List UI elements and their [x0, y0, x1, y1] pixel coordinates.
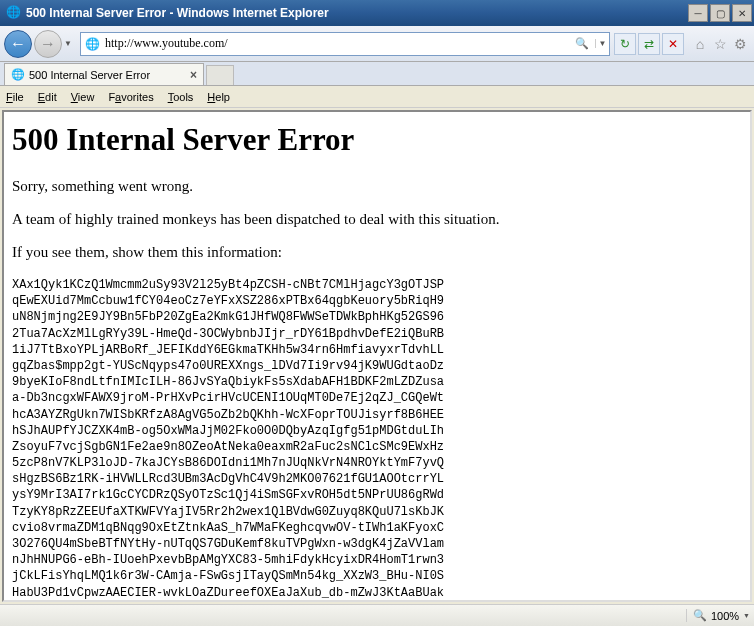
address-bar[interactable]: 🌐 http://www.youtube.com/ 🔍 ▼: [80, 32, 610, 56]
minimize-button[interactable]: ─: [688, 4, 708, 22]
back-button[interactable]: ←: [4, 30, 32, 58]
menu-view[interactable]: View: [71, 91, 95, 103]
maximize-button[interactable]: ▢: [710, 4, 730, 22]
tools-icon[interactable]: ⚙: [730, 34, 750, 54]
error-heading: 500 Internal Server Error: [12, 122, 742, 158]
address-url[interactable]: http://www.youtube.com/: [105, 36, 571, 51]
menu-file[interactable]: File: [6, 91, 24, 103]
menu-tools[interactable]: Tools: [168, 91, 194, 103]
tab-title: 500 Internal Server Error: [29, 69, 150, 81]
favorites-icon[interactable]: ☆: [710, 34, 730, 54]
tab-close-icon[interactable]: ×: [190, 68, 197, 82]
error-p2: A team of highly trained monkeys has bee…: [12, 211, 742, 228]
home-icon[interactable]: ⌂: [690, 34, 710, 54]
tab-active[interactable]: 🌐 500 Internal Server Error ×: [4, 63, 204, 85]
menu-edit[interactable]: Edit: [38, 91, 57, 103]
forward-button[interactable]: →: [34, 30, 62, 58]
zoom-dropdown-icon[interactable]: ▼: [743, 612, 750, 619]
error-trace: XAx1Qyk1KCzQ1Wmcmm2uSy93V2l25yBt4pZCSH-c…: [12, 277, 742, 601]
menu-favorites[interactable]: Favorites: [108, 91, 153, 103]
page-content: 500 Internal Server Error Sorry, somethi…: [2, 110, 752, 602]
error-p3: If you see them, show them this informat…: [12, 244, 742, 261]
site-icon: 🌐: [85, 37, 101, 51]
error-p1: Sorry, something went wrong.: [12, 178, 742, 195]
zoom-value: 100%: [711, 610, 739, 622]
menu-help[interactable]: Help: [207, 91, 230, 103]
ie-logo-icon: 🌐: [6, 5, 22, 21]
new-tab-button[interactable]: [206, 65, 234, 85]
address-dropdown[interactable]: ▼: [595, 39, 609, 48]
zoom-icon: 🔍: [693, 609, 707, 622]
refresh-button[interactable]: ↻: [614, 33, 636, 55]
nav-history-dropdown[interactable]: ▼: [64, 39, 76, 48]
zoom-control[interactable]: 🔍 100% ▼: [686, 609, 750, 622]
search-icon[interactable]: 🔍: [575, 37, 591, 50]
compat-button[interactable]: ⇄: [638, 33, 660, 55]
close-button[interactable]: ✕: [732, 4, 752, 22]
stop-button[interactable]: ✕: [662, 33, 684, 55]
tab-site-icon: 🌐: [11, 68, 25, 81]
window-title: 500 Internal Server Error - Windows Inte…: [26, 6, 688, 20]
